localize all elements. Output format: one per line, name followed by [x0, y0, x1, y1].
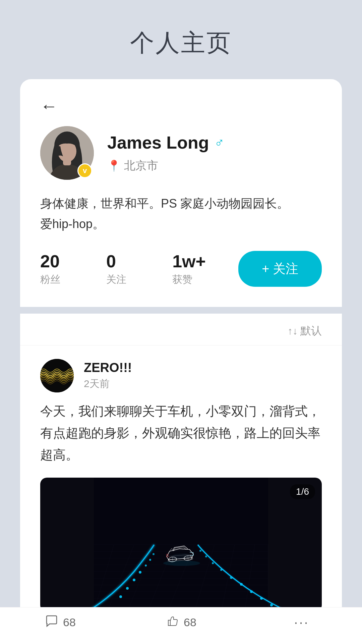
like-count: 68 [184, 616, 196, 629]
more-dots-icon: ··· [294, 615, 309, 630]
username-row: James Long ♂ [107, 132, 322, 153]
avatar-container: v [40, 126, 94, 180]
bio: 身体健康，世界和平。PS 家庭小动物园园长。 爱hip-hop。 [40, 193, 322, 234]
svg-point-32 [153, 553, 155, 555]
location-text: 北京市 [124, 158, 158, 173]
back-button[interactable]: ← [40, 96, 58, 116]
location-pin-icon: 📍 [107, 159, 121, 172]
comment-icon [45, 614, 58, 631]
profile-header: v James Long ♂ 📍 北京市 [40, 126, 322, 180]
location-row: 📍 北京市 [107, 158, 322, 173]
svg-point-51 [163, 560, 200, 566]
svg-point-29 [139, 571, 141, 574]
username: James Long [107, 132, 209, 153]
svg-point-26 [119, 595, 122, 598]
bio-line1: 身体健康，世界和平。PS 家庭小动物园园长。 [40, 197, 289, 210]
fans-stat[interactable]: 20 粉丝 [40, 251, 106, 286]
post-avatar[interactable] [40, 359, 74, 392]
sort-icon: ↑↓ [288, 325, 298, 337]
post-header: ZERO!!! 2天前 [40, 359, 322, 392]
svg-point-30 [145, 565, 147, 567]
comment-count: 68 [63, 616, 76, 629]
page-title: 个人主页 [0, 27, 362, 59]
fans-label: 粉丝 [40, 273, 60, 286]
following-label: 关注 [106, 273, 126, 286]
like-action[interactable]: 68 [121, 614, 241, 631]
post-content: 今天，我们来聊聊关于车机，小零双门，溜背式，有点超跑的身影，外观确实很惊艳，路上… [40, 400, 322, 466]
gender-icon: ♂ [214, 135, 224, 150]
post-image-container[interactable]: 1/6 [40, 478, 322, 612]
following-stat[interactable]: 0 关注 [106, 251, 172, 286]
likes-count: 1w+ [172, 251, 206, 271]
likes-stat: 1w+ 获赞 [172, 251, 238, 286]
profile-info: James Long ♂ 📍 北京市 [107, 132, 322, 173]
follow-button[interactable]: + 关注 [238, 251, 322, 287]
fans-count: 20 [40, 251, 60, 271]
post-item: ZERO!!! 2天前 今天，我们来聊聊关于车机，小零双门，溜背式，有点超跑的身… [20, 345, 342, 625]
like-icon [166, 614, 179, 631]
page-title-area: 个人主页 [0, 0, 362, 79]
svg-point-27 [126, 587, 129, 590]
svg-point-31 [149, 559, 151, 561]
stats-row: 20 粉丝 0 关注 1w+ 获赞 + 关注 [40, 251, 322, 287]
bottom-bar: 68 68 ··· [0, 607, 362, 644]
post-author: ZERO!!! [84, 361, 322, 375]
sort-label: 默认 [300, 324, 322, 338]
post-time: 2天前 [84, 377, 322, 391]
comment-action[interactable]: 68 [0, 614, 121, 631]
svg-point-28 [133, 579, 135, 581]
post-meta: ZERO!!! 2天前 [84, 361, 322, 391]
more-action[interactable]: ··· [241, 615, 362, 630]
likes-label: 获赞 [172, 273, 192, 286]
main-container: ← [20, 79, 342, 639]
post-image-bg [40, 478, 322, 612]
following-count: 0 [106, 251, 116, 271]
profile-card: ← [20, 79, 342, 307]
verified-badge: v [77, 163, 92, 178]
bio-line2: 爱hip-hop。 [40, 217, 105, 231]
posts-section: ↑↓ 默认 [20, 314, 342, 639]
sort-bar: ↑↓ 默认 [20, 314, 342, 345]
image-counter: 1/6 [290, 484, 315, 499]
